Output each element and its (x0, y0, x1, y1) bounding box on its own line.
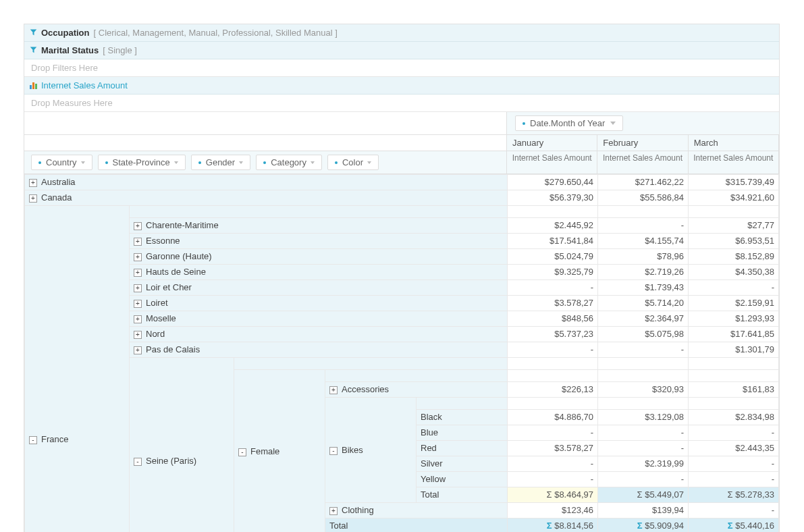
expand-icon[interactable]: + (134, 253, 142, 261)
row-header[interactable]: +Charente-Maritime (130, 218, 508, 234)
value-cell: $2.834,98 (689, 410, 779, 425)
row-header[interactable]: +Essonne (130, 234, 508, 249)
expand-icon[interactable]: + (134, 222, 142, 230)
value-cell: $6.953,51 (689, 234, 779, 249)
value-cell: - (598, 218, 689, 234)
drop-measures[interactable]: Drop Measures Here (24, 95, 779, 112)
row-header[interactable]: Total (325, 518, 508, 533)
pivot-body: +Australia$279.650,44$271.462,22$315.739… (24, 174, 779, 532)
value-cell: $3.578,27 (508, 441, 598, 456)
collapse-icon[interactable]: - (238, 448, 246, 456)
collapse-icon[interactable]: - (29, 436, 37, 444)
row-header[interactable]: Red (417, 441, 508, 456)
expand-icon[interactable]: + (134, 315, 142, 323)
measure-head-jan: Internet Sales Amount (507, 151, 597, 174)
value-cell: $27,77 (689, 218, 779, 234)
row-header[interactable]: +Garonne (Haute) (130, 249, 508, 265)
measure-row[interactable]: Internet Sales Amount (24, 77, 779, 95)
value-cell: - (508, 342, 598, 358)
collapse-icon[interactable]: - (329, 447, 338, 455)
value-cell (598, 358, 689, 370)
row-header[interactable]: -Bikes (325, 398, 417, 503)
value-cell: - (508, 425, 598, 441)
expand-icon[interactable]: + (29, 194, 37, 203)
value-cell: $315.739,49 (689, 175, 779, 190)
row-dim-pill[interactable]: State-Province (98, 155, 186, 170)
value-cell (508, 370, 598, 382)
value-cell: $5.714,20 (598, 296, 689, 311)
row-dim-pill[interactable]: Category (256, 155, 322, 170)
value-cell: $56.379,30 (508, 190, 598, 206)
value-cell (598, 206, 689, 218)
expand-icon[interactable]: + (134, 284, 142, 292)
col-january[interactable]: January (507, 135, 597, 151)
expand-icon[interactable]: + (329, 386, 338, 394)
value-cell (508, 398, 598, 410)
row-header[interactable]: Silver (417, 456, 508, 472)
collapse-icon[interactable]: - (134, 458, 142, 466)
expand-icon[interactable]: + (29, 179, 37, 187)
table-row: +Australia$279.650,44$271.462,22$315.739… (25, 175, 779, 190)
row-header[interactable]: +Pas de Calais (130, 342, 508, 358)
value-cell: $139,94 (598, 503, 689, 518)
row-header[interactable]: +Moselle (130, 311, 508, 327)
value-cell: $279.650,44 (508, 175, 598, 190)
value-cell (689, 206, 779, 218)
table-row: +Charente-Maritime$2.445,92-$27,77 (25, 218, 779, 234)
table-row: +Canada$56.379,30$55.586,84$34.921,60 (25, 190, 779, 206)
measure-label: Internet Sales Amount (41, 80, 128, 90)
filter-marital[interactable]: Marital Status [ Single ] (24, 42, 779, 59)
value-cell (598, 370, 689, 382)
row-header[interactable]: +Loiret (130, 296, 508, 311)
value-cell: $17.541,84 (508, 234, 598, 249)
row-header[interactable]: Black (417, 410, 508, 425)
value-cell: $17.641,85 (689, 327, 779, 342)
row-header[interactable]: +Canada (25, 190, 508, 206)
value-cell: Σ $8.464,97 (508, 487, 598, 503)
row-dim-pill[interactable]: Country (31, 155, 92, 170)
value-cell: - (689, 503, 779, 518)
value-cell (508, 358, 598, 370)
col-march[interactable]: March (689, 135, 779, 151)
expand-icon[interactable]: + (134, 346, 142, 354)
col-dim-pill[interactable]: Date.Month of Year (515, 115, 623, 131)
col-february[interactable]: February (597, 135, 688, 151)
value-cell: $161,83 (689, 382, 779, 398)
table-row: +Nord$5.737,23$5.075,98$17.641,85 (25, 327, 779, 342)
value-cell: - (598, 441, 689, 456)
row-header[interactable]: +Loir et Cher (130, 280, 508, 296)
value-cell: $5.075,98 (598, 327, 689, 342)
expand-icon[interactable]: + (134, 269, 142, 277)
row-header[interactable]: Yellow (417, 472, 508, 487)
value-cell: $1.293,93 (689, 311, 779, 327)
value-cell: $2.719,26 (598, 265, 689, 280)
expand-icon[interactable]: + (134, 300, 142, 308)
row-header[interactable]: +Hauts de Seine (130, 265, 508, 280)
value-cell: $320,93 (598, 382, 689, 398)
value-cell: - (508, 280, 598, 296)
row-header[interactable]: -Seine (Paris) (130, 358, 234, 533)
expand-icon[interactable]: + (134, 238, 142, 246)
col-dim-label: Date.Month of Year (530, 118, 605, 128)
table-row: +Essonne$17.541,84$4.155,74$6.953,51 (25, 234, 779, 249)
value-cell: $2.159,91 (689, 296, 779, 311)
value-cell (598, 398, 689, 410)
value-cell: $4.155,74 (598, 234, 689, 249)
row-header[interactable]: -Female (234, 370, 325, 533)
row-dim-pill[interactable]: Gender (191, 155, 250, 170)
row-header[interactable]: +Accessories (325, 382, 508, 398)
filter-occupation[interactable]: Occupation [ Clerical, Management, Manua… (24, 24, 779, 42)
row-dim-pill[interactable]: Color (327, 155, 379, 170)
value-cell: $848,56 (508, 311, 598, 327)
row-header[interactable]: -France (25, 206, 130, 533)
row-header[interactable]: +Clothing (325, 503, 508, 518)
row-header[interactable]: +Nord (130, 327, 508, 342)
row-header[interactable]: Blue (417, 425, 508, 441)
row-header[interactable]: +Australia (25, 175, 508, 190)
row-header[interactable]: Total (417, 487, 508, 503)
chevron-down-icon (610, 122, 616, 125)
expand-icon[interactable]: + (329, 507, 338, 515)
expand-icon[interactable]: + (134, 331, 142, 339)
drop-filters[interactable]: Drop Filters Here (24, 59, 779, 77)
value-cell: - (689, 456, 779, 472)
